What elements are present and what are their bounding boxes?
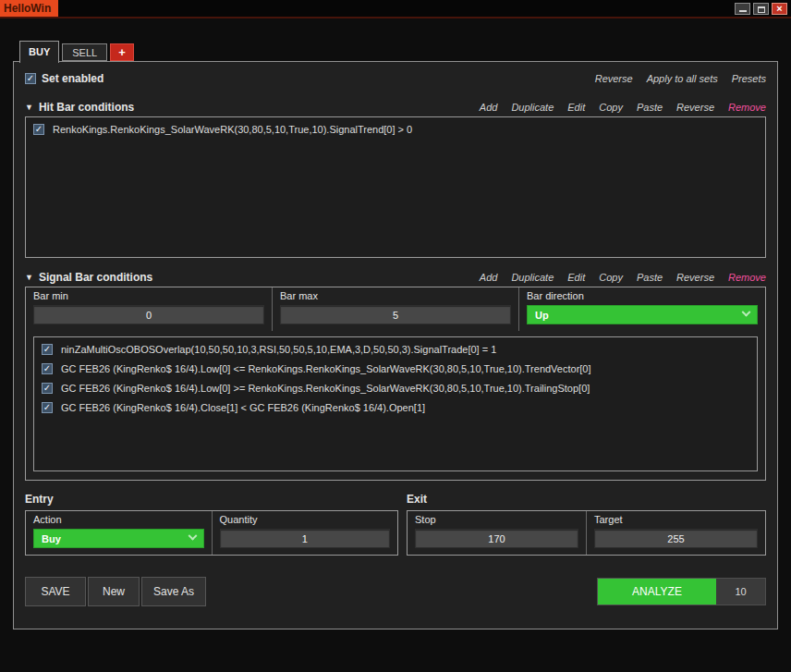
condition-text: GC FEB26 (KingRenko$ 16/4).Low[0] >= Ren… (61, 383, 590, 394)
bar-min-input[interactable] (33, 305, 264, 324)
condition-checkbox[interactable] (33, 124, 44, 135)
tab-sell[interactable]: SELL (62, 43, 107, 61)
signal-duplicate-link[interactable]: Duplicate (511, 272, 554, 283)
bar-direction-select[interactable]: Up (527, 305, 758, 324)
collapse-triangle-icon[interactable]: ▼ (25, 273, 33, 282)
action-label: Action (33, 514, 204, 525)
signal-bar-title: Signal Bar conditions (39, 271, 152, 284)
signal-paste-link[interactable]: Paste (637, 272, 663, 283)
exit-section: Exit Stop Target (407, 493, 766, 556)
tab-buy[interactable]: BUY (19, 41, 59, 63)
target-field: Target (586, 511, 765, 555)
condition-checkbox[interactable] (42, 402, 53, 413)
reverse-set-link[interactable]: Reverse (595, 73, 633, 84)
action-field: Action Buy (26, 511, 212, 555)
minimize-icon (739, 10, 747, 12)
hit-bar-actions: Add Duplicate Edit Copy Paste Reverse Re… (480, 102, 766, 113)
signal-add-link[interactable]: Add (480, 272, 498, 283)
signal-reverse-link[interactable]: Reverse (676, 272, 714, 283)
panel-content: Set enabled Reverse Apply to all sets Pr… (14, 62, 777, 629)
hit-paste-link[interactable]: Paste (637, 102, 663, 113)
hit-reverse-link[interactable]: Reverse (676, 102, 714, 113)
quantity-field: Quantity (212, 511, 398, 555)
condition-checkbox[interactable] (42, 383, 53, 394)
hit-add-link[interactable]: Add (480, 102, 498, 113)
hit-edit-link[interactable]: Edit (567, 102, 585, 113)
exit-title: Exit (407, 493, 766, 506)
signal-bar-container: Bar min Bar max Bar direction Up (25, 287, 766, 481)
target-input[interactable] (594, 529, 758, 548)
signal-remove-link[interactable]: Remove (728, 272, 766, 283)
hit-remove-link[interactable]: Remove (728, 102, 766, 113)
set-enabled-label: Set enabled (42, 72, 103, 85)
bar-max-label: Bar max (280, 290, 511, 301)
analyze-group: ANALYZE 10 (597, 578, 766, 605)
condition-text: RenkoKings.RenkoKings_SolarWaveRK(30,80,… (53, 124, 412, 135)
signal-bar-actions: Add Duplicate Edit Copy Paste Reverse Re… (480, 272, 766, 283)
action-select[interactable]: Buy (33, 529, 204, 548)
condition-row[interactable]: GC FEB26 (KingRenko$ 16/4).Low[0] <= Ren… (42, 363, 749, 374)
hit-copy-link[interactable]: Copy (599, 102, 623, 113)
file-buttons: SAVE New Save As (25, 577, 206, 606)
hit-duplicate-link[interactable]: Duplicate (511, 102, 554, 113)
close-icon: × (776, 4, 782, 14)
presets-link[interactable]: Presets (732, 73, 766, 84)
entry-title: Entry (25, 493, 398, 506)
chevron-down-icon (742, 308, 751, 317)
title-bar: HelloWin × (0, 0, 791, 18)
set-links: Reverse Apply to all sets Presets (595, 73, 766, 84)
signal-copy-link[interactable]: Copy (599, 272, 623, 283)
window-title: HelloWin (0, 0, 58, 17)
buttons-row: SAVE New Save As ANALYZE 10 (25, 577, 766, 606)
condition-text: GC FEB26 (KingRenko$ 16/4).Low[0] <= Ren… (61, 363, 591, 374)
condition-text: ninZaMultiOscOBOSOverlap(10,50,50,10,3,R… (61, 344, 496, 355)
collapse-triangle-icon[interactable]: ▼ (25, 103, 33, 112)
close-button[interactable]: × (772, 3, 787, 15)
exit-box: Stop Target (407, 510, 766, 556)
quantity-input[interactable] (220, 529, 391, 548)
bar-direction-field: Bar direction Up (518, 287, 765, 331)
condition-text: GC FEB26 (KingRenko$ 16/4).Close[1] < GC… (61, 402, 425, 413)
save-as-button[interactable]: Save As (141, 577, 206, 606)
add-set-tab-button[interactable]: + (110, 43, 134, 61)
action-value: Buy (42, 533, 61, 544)
bar-direction-label: Bar direction (527, 290, 758, 301)
signal-edit-link[interactable]: Edit (567, 272, 585, 283)
entry-box: Action Buy Quantity (25, 510, 398, 556)
analyze-count-field[interactable]: 10 (716, 579, 765, 605)
apply-to-all-sets-link[interactable]: Apply to all sets (647, 73, 718, 84)
quantity-label: Quantity (220, 514, 391, 525)
signal-bar-header: ▼ Signal Bar conditions Add Duplicate Ed… (25, 271, 766, 284)
analyze-button[interactable]: ANALYZE (598, 579, 716, 605)
stop-field: Stop (408, 511, 586, 555)
condition-checkbox[interactable] (42, 344, 53, 355)
save-button[interactable]: SAVE (25, 577, 86, 606)
signal-bar-params: Bar min Bar max Bar direction Up (26, 287, 765, 331)
stop-input[interactable] (415, 529, 578, 548)
condition-row[interactable]: RenkoKings.RenkoKings_SolarWaveRK(30,80,… (33, 124, 758, 135)
set-enabled-checkbox[interactable] (25, 73, 36, 84)
condition-checkbox[interactable] (42, 363, 53, 374)
maximize-button[interactable] (753, 3, 769, 15)
entry-exit-row: Entry Action Buy Quantity (25, 493, 766, 556)
strategy-panel: BUY SELL + Set enabled Reverse Apply to … (13, 61, 778, 629)
entry-section: Entry Action Buy Quantity (25, 493, 398, 556)
condition-row[interactable]: GC FEB26 (KingRenko$ 16/4).Low[0] >= Ren… (42, 383, 749, 394)
minimize-button[interactable] (735, 3, 750, 15)
condition-row[interactable]: ninZaMultiOscOBOSOverlap(10,50,50,10,3,R… (42, 344, 749, 355)
hit-bar-conditions-list: RenkoKings.RenkoKings_SolarWaveRK(30,80,… (25, 116, 766, 258)
workspace: BUY SELL + Set enabled Reverse Apply to … (0, 61, 791, 672)
maximize-icon (758, 6, 765, 13)
set-tabstrip: BUY SELL + (19, 41, 134, 62)
hit-bar-header: ▼ Hit Bar conditions Add Duplicate Edit … (25, 101, 766, 114)
stop-label: Stop (415, 514, 578, 525)
target-label: Target (594, 514, 758, 525)
window-controls: × (735, 0, 787, 17)
condition-row[interactable]: GC FEB26 (KingRenko$ 16/4).Close[1] < GC… (42, 402, 749, 413)
signal-bar-conditions-list: ninZaMultiOscOBOSOverlap(10,50,50,10,3,R… (33, 336, 758, 471)
bar-max-input[interactable] (280, 305, 511, 324)
set-enabled-row: Set enabled Reverse Apply to all sets Pr… (25, 69, 766, 88)
chevron-down-icon (188, 531, 197, 541)
bar-min-label: Bar min (33, 290, 264, 301)
new-button[interactable]: New (88, 577, 140, 606)
